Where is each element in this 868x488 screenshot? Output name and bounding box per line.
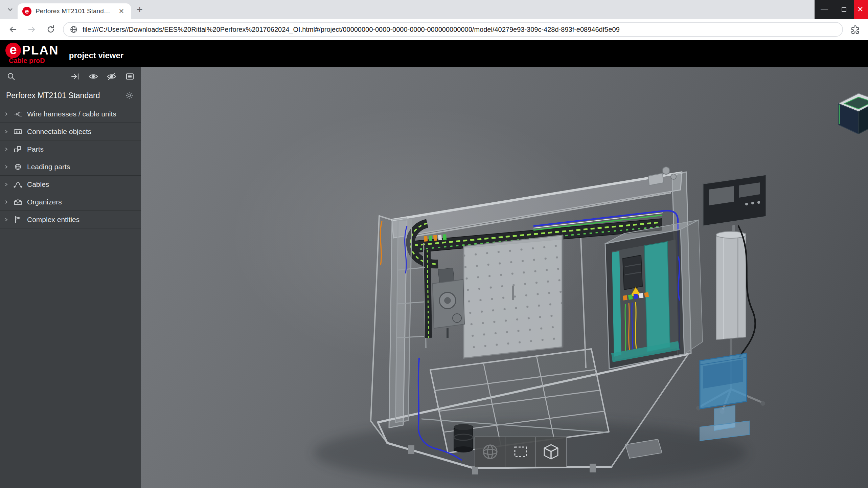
sidebar-item-label: Cables [27,180,49,188]
sidebar-item-label: Parts [27,145,44,153]
expand-chevron-icon[interactable] [3,218,9,222]
eplan-favicon: e [22,7,31,16]
window-minimize-button[interactable]: — [815,0,834,19]
hide-eye-slash-icon[interactable] [106,71,117,82]
mounting-plate [464,235,563,358]
main-area: Perforex MT2101 Standard Wire harnesses … [0,67,868,488]
3d-viewport[interactable] [141,67,868,488]
url-text: file:///C:/Users//Downloads/EES%20Rittal… [83,26,620,34]
organizers-icon [13,197,23,207]
cables-icon [13,179,23,190]
reload-icon[interactable] [44,23,58,36]
tab-close-icon[interactable]: ✕ [117,6,126,16]
sidebar-toolbar [0,67,141,86]
expand-chevron-icon[interactable] [3,130,9,134]
sidebar-item-parts[interactable]: Parts [0,140,141,158]
sidebar-item-complex-entities[interactable]: Complex entities [0,211,141,228]
project-title-row[interactable]: Perforex MT2101 Standard [0,86,141,105]
sidebar-item-label: Complex entities [27,216,79,224]
site-info-icon[interactable] [70,25,78,34]
fit-view-icon[interactable] [124,71,136,82]
browser-toolbar: file:///C:/Users//Downloads/EES%20Rittal… [0,19,868,40]
sidebar-item-organizers[interactable]: Organizers [0,193,141,211]
expand-chevron-icon[interactable] [3,112,9,116]
browser-tab-active[interactable]: e Perforex MT2101 Standard ✕ [18,3,131,19]
control-cabinet [581,220,703,369]
complex-entities-icon [13,215,23,225]
new-tab-button[interactable]: + [133,3,146,16]
tab-search-chevron-icon[interactable] [3,3,17,16]
window-close-button[interactable]: ✕ [854,0,868,19]
sidebar-item-label: Connectable objects [27,128,91,136]
app-title: project viewer [69,51,123,60]
app-header: e PLAN Cable proD project viewer [0,40,868,67]
box-select-icon [513,444,528,460]
sidebar-item-label: Organizers [27,198,62,206]
window-controls: — ✕ [815,0,868,19]
search-icon[interactable] [5,71,17,82]
viewport-toolbar [475,437,567,467]
browser-tabstrip: e Perforex MT2101 Standard ✕ + — ✕ [0,0,868,19]
url-bar[interactable]: file:///C:/Users//Downloads/EES%20Rittal… [63,22,843,37]
sidebar-item-wire-harnesses[interactable]: Wire harnesses / cable units [0,105,141,123]
box-select-button[interactable] [505,437,536,467]
sidebar-item-label: Wire harnesses / cable units [27,110,116,118]
3d-model-machine[interactable] [141,67,868,488]
sidebar-item-leading-parts[interactable]: Leading parts [0,158,141,176]
extensions-icon[interactable] [848,23,862,36]
expand-chevron-icon[interactable] [3,147,9,151]
eplan-logo: e PLAN Cable proD [5,43,59,65]
eplan-logo-icon: e [5,43,21,58]
expand-chevron-icon[interactable] [3,165,9,169]
forward-icon[interactable] [25,23,39,36]
parts-icon [13,144,23,154]
back-icon[interactable] [6,23,20,36]
expand-chevron-icon[interactable] [3,200,9,204]
sidebar-item-cables[interactable]: Cables [0,176,141,193]
sidebar-item-connectable-objects[interactable]: Connectable objects [0,123,141,140]
isometric-view-button[interactable] [536,437,566,467]
leading-parts-icon [13,162,23,172]
view-cube[interactable] [837,87,868,134]
expand-chevron-icon[interactable] [3,182,9,186]
logo-subtitle: Cable proD [9,57,45,65]
logo-text: PLAN [22,43,59,58]
blue-bin [700,353,749,441]
sidebar-item-label: Leading parts [27,163,70,171]
collapse-all-icon[interactable] [69,71,81,82]
cube-icon [542,443,560,461]
tab-title: Perforex MT2101 Standard [36,7,113,15]
show-eye-icon[interactable] [88,71,99,82]
window-maximize-button[interactable] [834,0,854,19]
orbit-icon [481,443,499,461]
orbit-button[interactable] [475,437,505,467]
project-structure-panel: Perforex MT2101 Standard Wire harnesses … [0,67,141,488]
wire-harness-icon [13,109,23,119]
project-title: Perforex MT2101 Standard [6,91,123,100]
gear-icon[interactable] [123,90,135,101]
connectable-objects-icon [13,127,23,137]
